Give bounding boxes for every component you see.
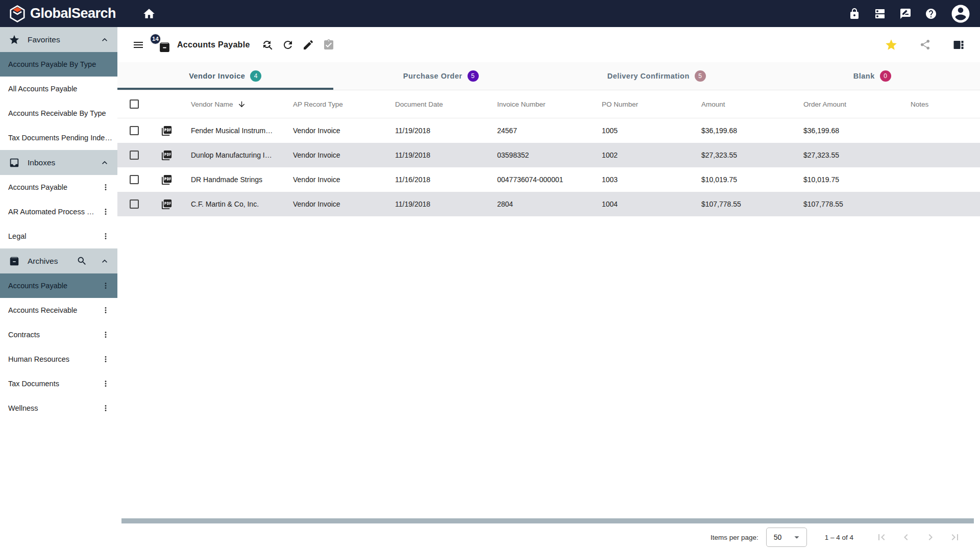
tab-delivery-confirmation[interactable]: Delivery Confirmation 5 — [549, 62, 765, 90]
sort-desc-arrow-icon[interactable] — [237, 100, 246, 109]
pdf-icon — [161, 125, 173, 137]
menu-button[interactable] — [128, 35, 149, 55]
page-title: Accounts Payable — [177, 40, 250, 49]
archive-item-human-resources[interactable]: Human Resources — [0, 347, 117, 371]
table-row[interactable]: Fender Musical Instrum… Vendor Invoice 1… — [117, 118, 980, 143]
view-panel-button[interactable] — [948, 35, 969, 55]
row-checkbox[interactable] — [130, 199, 139, 209]
first-page-icon — [875, 531, 888, 543]
share-icon — [919, 39, 931, 51]
last-page-button[interactable] — [948, 531, 962, 544]
more-vert-icon[interactable] — [97, 228, 114, 245]
tab-purchase-order[interactable]: Purchase Order 5 — [333, 62, 549, 90]
sidebar: Favorites Accounts Payable By Type All A… — [0, 27, 117, 551]
tab-vendor-invoice[interactable]: Vendor Invoice 4 — [117, 62, 333, 90]
inboxes-section-header[interactable]: Inboxes — [0, 150, 117, 175]
home-button[interactable] — [142, 7, 156, 20]
more-vert-icon[interactable] — [97, 302, 114, 319]
table-row[interactable]: DR Handmade Strings Vendor Invoice 11/16… — [117, 167, 980, 192]
cell-po-number: 1005 — [595, 127, 694, 135]
column-header-ap-record-type[interactable]: AP Record Type — [286, 101, 388, 108]
horizontal-scrollbar-thumb[interactable] — [121, 518, 974, 523]
sidebar-item-accounts-payable-by-type[interactable]: Accounts Payable By Type — [0, 52, 117, 77]
more-vert-icon[interactable] — [97, 375, 114, 392]
archive-item-wellness[interactable]: Wellness — [0, 396, 117, 420]
chevron-up-icon[interactable] — [100, 158, 110, 168]
more-vert-icon[interactable] — [97, 277, 114, 294]
cell-amount: $10,019.75 — [694, 176, 796, 184]
cell-document-date: 11/19/2018 — [388, 200, 490, 208]
cell-invoice-number: 24567 — [490, 127, 595, 135]
pdf-document-button[interactable] — [153, 198, 184, 210]
next-page-button[interactable] — [924, 531, 937, 544]
more-vert-icon[interactable] — [97, 399, 114, 417]
row-checkbox[interactable] — [130, 175, 139, 184]
inbox-item-ar-automated-process[interactable]: AR Automated Process … — [0, 199, 117, 224]
items-per-page-value: 50 — [774, 533, 782, 541]
column-header-po-number[interactable]: PO Number — [595, 101, 694, 108]
help-button[interactable] — [924, 7, 938, 20]
archive-item-contracts[interactable]: Contracts — [0, 322, 117, 347]
inbox-item-legal[interactable]: Legal — [0, 224, 117, 248]
column-header-notes[interactable]: Notes — [903, 101, 980, 108]
lock-button[interactable] — [848, 7, 861, 20]
more-vert-icon[interactable] — [97, 350, 114, 368]
feedback-button[interactable] — [899, 7, 912, 20]
inboxes-section-title: Inboxes — [28, 158, 92, 167]
more-vert-icon[interactable] — [97, 179, 114, 196]
chevron-up-icon[interactable] — [100, 256, 110, 266]
table-row[interactable]: C.F. Martin & Co, Inc. Vendor Invoice 11… — [117, 192, 980, 216]
cell-amount: $27,323.55 — [694, 151, 796, 159]
inbox-item-accounts-payable[interactable]: Accounts Payable — [0, 175, 117, 199]
archive-item-accounts-payable[interactable]: Accounts Payable — [0, 273, 117, 298]
column-header-invoice-number[interactable]: Invoice Number — [490, 101, 595, 108]
cell-document-date: 11/16/2018 — [388, 176, 490, 184]
archives-section-header[interactable]: Archives — [0, 248, 117, 273]
cell-vendor-name: DR Handmade Strings — [184, 176, 286, 184]
favorite-button[interactable] — [881, 35, 901, 55]
previous-page-button[interactable] — [899, 531, 913, 544]
share-button[interactable] — [915, 35, 935, 55]
cell-order-amount: $27,323.55 — [796, 151, 903, 159]
dns-button[interactable] — [873, 7, 887, 20]
rerun-search-button[interactable] — [257, 35, 278, 55]
column-header-vendor-name[interactable]: Vendor Name — [184, 100, 286, 109]
pdf-document-button[interactable] — [153, 125, 184, 137]
tasks-button-disabled — [318, 35, 339, 55]
row-checkbox[interactable] — [130, 151, 139, 160]
edit-button[interactable] — [298, 35, 318, 55]
column-header-document-date[interactable]: Document Date — [388, 101, 490, 108]
cell-order-amount: $107,778.55 — [796, 200, 903, 208]
table-row[interactable]: Dunlop Manufacturing I… Vendor Invoice 1… — [117, 143, 980, 167]
items-per-page-select[interactable]: 50 — [766, 528, 807, 547]
lock-icon — [848, 8, 861, 20]
help-icon — [925, 8, 937, 20]
more-vert-icon[interactable] — [97, 326, 114, 343]
chevron-up-icon[interactable] — [100, 35, 110, 45]
sidebar-item-tax-documents-pending[interactable]: Tax Documents Pending Inde… — [0, 126, 117, 150]
row-checkbox[interactable] — [130, 126, 139, 135]
pdf-document-button[interactable] — [153, 174, 184, 186]
select-all-checkbox[interactable] — [130, 99, 139, 109]
cell-ap-record-type: Vendor Invoice — [286, 176, 388, 184]
first-page-button[interactable] — [875, 531, 888, 544]
search-icon[interactable] — [77, 256, 87, 266]
refresh-button[interactable] — [278, 35, 298, 55]
pdf-document-button[interactable] — [153, 149, 184, 161]
favorites-section-header[interactable]: Favorites — [0, 27, 117, 52]
sidebar-item-all-accounts-payable[interactable]: All Accounts Payable — [0, 77, 117, 101]
pagination-bar: Items per page: 50 1 – 4 of 4 — [117, 523, 980, 551]
more-vert-icon[interactable] — [97, 203, 114, 220]
pdf-icon — [161, 198, 173, 210]
tab-blank[interactable]: Blank 0 — [765, 62, 980, 90]
cell-ap-record-type: Vendor Invoice — [286, 200, 388, 208]
archive-icon — [9, 256, 20, 267]
star-filled-icon — [885, 38, 898, 52]
brand-text: GlobalSearch — [30, 6, 116, 21]
user-avatar-button[interactable] — [950, 3, 971, 24]
archive-item-accounts-receivable[interactable]: Accounts Receivable — [0, 298, 117, 322]
column-header-order-amount[interactable]: Order Amount — [796, 101, 903, 108]
sidebar-item-accounts-receivable-by-type[interactable]: Accounts Receivable By Type — [0, 101, 117, 126]
column-header-amount[interactable]: Amount — [694, 101, 796, 108]
archive-item-tax-documents[interactable]: Tax Documents — [0, 371, 117, 396]
